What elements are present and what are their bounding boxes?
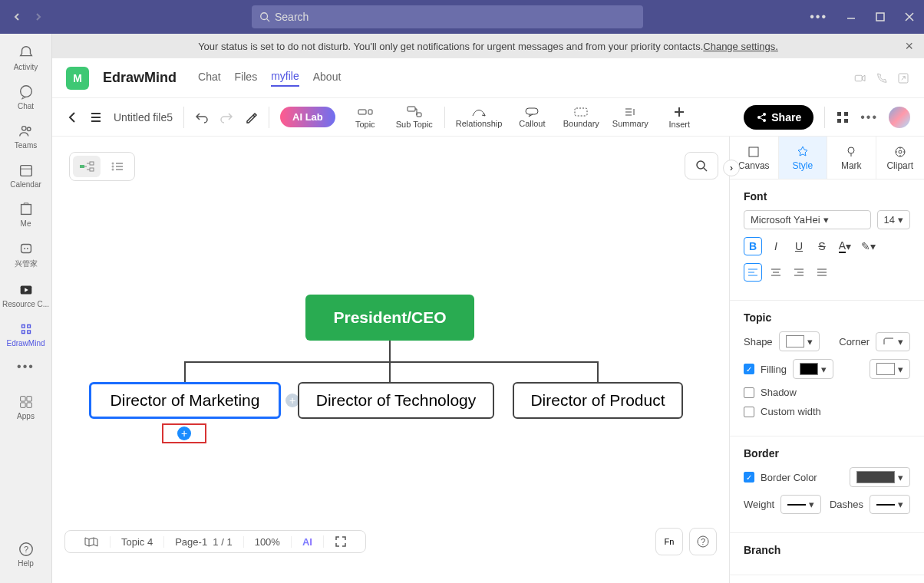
summary-button[interactable]: Summary [611,107,649,128]
more-button[interactable]: ••• [860,110,878,124]
brush-button[interactable] [244,110,258,124]
nav-back[interactable] [9,9,25,25]
popout-icon[interactable] [896,71,910,85]
fill-color-select[interactable]: ▾ [793,359,833,379]
rp-border-section: Border ✓ Border Color ▾ Weight ▾ Dashes … [730,436,924,533]
svg-point-0 [261,13,268,20]
grid-button[interactable] [836,110,850,124]
node-marketing[interactable]: Director of Marketing [89,382,281,419]
more-icon[interactable]: ••• [810,10,827,24]
svg-point-3 [20,86,31,97]
font-size-select[interactable]: 14▾ [877,210,910,229]
fullscreen-button[interactable] [323,535,358,548]
svg-rect-14 [20,397,25,401]
file-name[interactable]: Untitled file5 [114,111,173,124]
rp-tabs: Canvas Style Mark Clipart [730,137,924,180]
menu-button[interactable] [89,110,103,124]
border-color-select[interactable]: ▾ [850,467,910,487]
align-center-button[interactable] [767,263,785,282]
filling-checkbox[interactable]: ✓ [744,364,754,374]
rail-apps[interactable]: Apps [0,389,51,425]
tab-files[interactable]: Files [235,71,258,86]
panel-collapse-button[interactable]: › [723,160,740,176]
help-button[interactable]: ? [689,528,717,555]
node-technology[interactable]: Director of Technology [298,382,494,419]
rail-xingguanjia[interactable]: 兴管家 [0,236,51,274]
nav-arrows [9,9,46,25]
more-icon: ••• [17,360,35,374]
customwidth-checkbox[interactable] [744,407,754,417]
svg-rect-26 [526,108,538,114]
avatar[interactable] [889,107,910,128]
status-page[interactable]: Page-1 1 / 1 [163,536,243,548]
status-zoom[interactable]: 100% [243,536,291,548]
add-child-button[interactable]: + [177,427,191,440]
font-family-select[interactable]: Microsoft YaHei▾ [744,210,871,229]
search-input[interactable]: Search [252,5,643,28]
video-icon[interactable] [853,71,867,85]
redo-button[interactable] [219,110,233,124]
notification-link[interactable]: Change settings. [703,41,778,52]
tab-chat[interactable]: Chat [198,71,221,86]
fill-secondary-select[interactable]: ▾ [870,359,910,379]
rail-help[interactable]: ?Help [0,536,51,572]
fn-button[interactable]: Fn [655,528,683,555]
align-left-button[interactable] [744,263,762,282]
dashes-select[interactable]: ▾ [870,495,910,514]
align-justify-button[interactable] [813,263,831,282]
rail-activity[interactable]: Activity [0,40,51,76]
relationship-button[interactable]: Relationship [456,107,503,128]
shadow-checkbox[interactable] [744,387,754,398]
canvas-area: › President/CEO Director of Marketing + … [52,137,729,583]
boundary-button[interactable]: Boundary [562,107,600,128]
rail-teams[interactable]: Teams [0,118,51,154]
rp-font-section: Font Microsoft YaHei▾ 14▾ B I U S A▾ ✎▾ [730,180,924,301]
maximize-button[interactable] [875,12,886,22]
subtopic-button[interactable]: Sub Topic [395,106,434,129]
highlight-button[interactable]: ✎▾ [859,237,877,255]
node-product[interactable]: Director of Product [513,382,683,419]
close-button[interactable] [904,12,915,22]
callout-button[interactable]: Callout [513,107,551,128]
share-button[interactable]: Share [744,105,813,130]
align-right-button[interactable] [790,263,808,282]
italic-button[interactable]: I [767,237,785,255]
node-root[interactable]: President/CEO [305,295,474,341]
ai-button[interactable]: AI [291,536,323,548]
status-topic: Topic 4 [110,536,163,548]
svg-rect-25 [417,113,421,117]
rail-calendar[interactable]: Calendar [0,157,51,193]
insert-button[interactable]: Insert [660,106,698,129]
canvas[interactable]: President/CEO Director of Marketing + + … [52,137,729,583]
minimize-button[interactable] [846,12,856,22]
tab-about[interactable]: About [313,71,342,86]
rail-resource[interactable]: Resource C... [0,277,51,313]
rail-me[interactable]: Me [0,196,51,232]
tab-myfile[interactable]: myfile [271,70,299,87]
border-color-checkbox[interactable]: ✓ [744,472,754,483]
rail-chat[interactable]: Chat [0,79,51,115]
rp-tab-style[interactable]: Style [778,137,827,179]
underline-button[interactable]: U [790,237,808,255]
svg-rect-31 [837,112,841,116]
ai-lab-button[interactable]: AI Lab [280,107,335,127]
rail-edrawmind[interactable]: EdrawMind [0,316,51,352]
undo-button[interactable] [195,110,209,124]
rp-tab-mark[interactable]: Mark [827,137,876,179]
notification-close[interactable]: × [905,38,913,54]
app-name: EdrawMind [103,70,177,86]
bold-button[interactable]: B [744,237,762,255]
nav-forward[interactable] [31,9,46,25]
topic-button[interactable]: Topic [346,106,384,129]
back-button[interactable] [66,111,78,124]
rail-more[interactable]: ••• [0,355,51,378]
text-color-button[interactable]: A▾ [836,237,854,255]
search-placeholder: Search [275,11,309,23]
weight-select[interactable]: ▾ [780,495,821,514]
call-icon[interactable] [875,71,889,85]
strike-button[interactable]: S [813,237,831,255]
rp-tab-clipart[interactable]: Clipart [876,137,925,179]
shape-select[interactable]: ▾ [779,331,820,351]
corner-select[interactable]: ▾ [876,332,910,351]
map-button[interactable] [73,535,110,548]
